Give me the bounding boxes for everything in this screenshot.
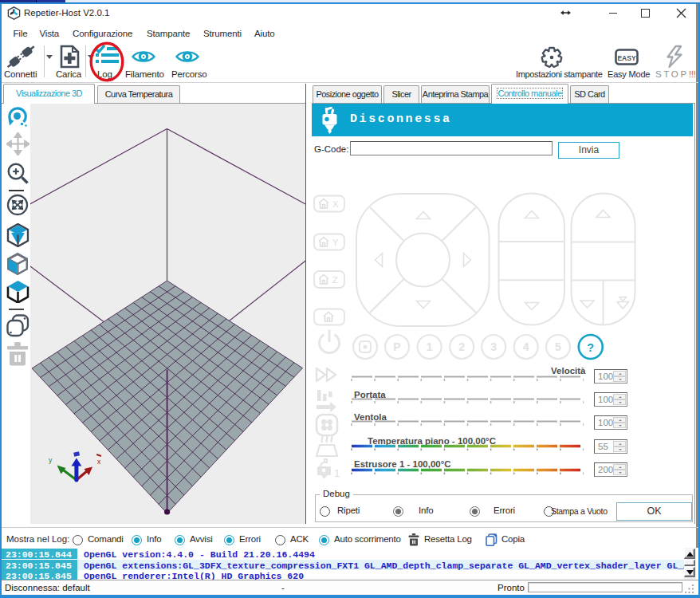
svg-text:?: ? [587,341,594,354]
svg-text:1: 1 [334,467,340,479]
svg-text:4: 4 [523,340,529,353]
svg-text:P: P [393,340,400,353]
svg-text:1: 1 [427,340,433,353]
svg-text:Z: Z [332,275,338,285]
svg-text:EASY: EASY [617,54,635,62]
svg-text:5: 5 [555,340,561,353]
svg-text:x: x [97,458,101,466]
svg-text:3: 3 [490,340,497,353]
svg-text:2: 2 [458,340,465,353]
svg-text:X: X [332,199,339,209]
svg-text:Y: Y [332,238,339,247]
svg-text:y: y [49,456,53,464]
